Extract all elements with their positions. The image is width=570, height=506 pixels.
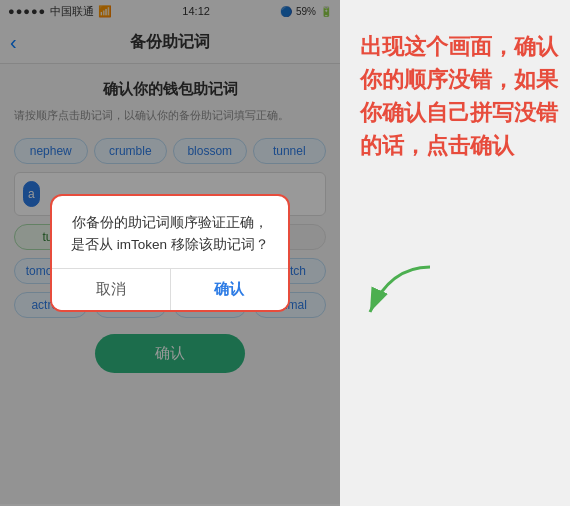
annotation-text: 出现这个画面，确认你的顺序没错，如果你确认自己拼写没错的话，点击确认 [360, 30, 560, 162]
annotation-area: 出现这个画面，确认你的顺序没错，如果你确认自己拼写没错的话，点击确认 [340, 0, 570, 506]
phone-screen: ●●●●● 中国联通 📶 14:12 🔵 59% 🔋 ‹ 备份助记词 确认你的钱… [0, 0, 340, 506]
dialog-cancel-button[interactable]: 取消 [52, 269, 171, 310]
dialog-actions: 取消 确认 [52, 268, 288, 310]
dialog-confirm-button[interactable]: 确认 [171, 269, 289, 310]
arrow-icon [360, 262, 440, 322]
dialog-box: 你备份的助记词顺序验证正确，是否从 imToken 移除该助记词？ 取消 确认 [50, 194, 290, 311]
dialog-overlay: 你备份的助记词顺序验证正确，是否从 imToken 移除该助记词？ 取消 确认 [0, 0, 340, 506]
arrow-container [360, 262, 440, 326]
dialog-message: 你备份的助记词顺序验证正确，是否从 imToken 移除该助记词？ [52, 196, 288, 267]
